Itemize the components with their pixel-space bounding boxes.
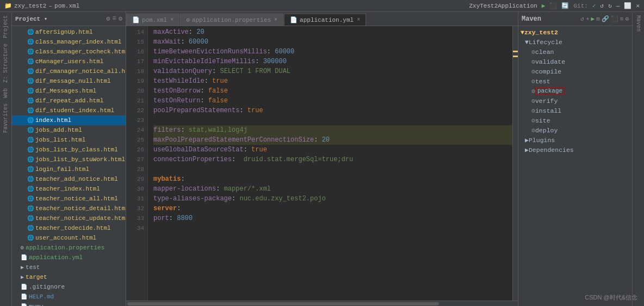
vert-tab-web[interactable]: Web [2,86,10,100]
maven-layout-icon[interactable]: ≡ [620,16,624,22]
sidebar-item-class_manager_tocheck[interactable]: 🌐class_manager_tocheck.html [12,47,126,57]
maven-install-label: install [535,107,561,114]
vert-tab-project[interactable]: Project [2,13,10,40]
sidebar-item-cManager_users[interactable]: 🌐cManager_users.html [12,57,126,66]
stop-icon[interactable]: ⬛ [549,2,557,9]
maven-dependencies-label: Dependencies [529,146,574,154]
sidebar-item-afterSignUp[interactable]: 🌐afterSignUp.html [12,27,126,37]
sidebar-item-application-properties[interactable]: ⚙application.properties [12,243,126,253]
maven-site[interactable]: ⚙ site [518,115,632,125]
tab-yml-close[interactable]: × [357,17,360,23]
maven-lifecycle-section[interactable]: ▼ Lifecycle [518,37,632,47]
maven-compile-icon: ⚙ [531,68,535,75]
maven-plugins-section[interactable]: ▶ Plugins [518,135,632,145]
tab-props-close[interactable]: × [274,17,277,23]
sidebar-item-help[interactable]: 📄HELP.md [12,292,126,302]
maximize-button[interactable]: ⬜ [624,2,631,9]
collapse-icon[interactable]: ≡ [113,15,116,23]
sidebar-item-dif_student[interactable]: 🌐dif_student_index.html [12,106,126,115]
project-icon: 📁 [4,2,12,9]
code-line-24: filters: stat,wall,log4j [153,125,512,135]
tab-pom-xml[interactable]: 📄 pom.xml × [126,14,179,26]
sidebar-item-application-yml[interactable]: 📄application.yml [12,253,126,262]
sidebar-item-dif_cmanager[interactable]: 🌐dif_cmanager_notice_all.html [12,66,126,76]
undo-icon[interactable]: ↺ [600,2,604,9]
maven-validate[interactable]: ⚙ validate [518,57,632,66]
horizontal-scroll-thumb[interactable] [127,302,439,305]
sidebar: Project ▾ ⚙ ≡ ⚙ 🌐afterSignUp.html 🌐class… [12,12,126,306]
code-editor[interactable]: maxActive: 20 maxWait: 60000 timeBetween… [148,26,512,301]
minimize-button[interactable]: — [616,3,620,9]
sidebar-item-dif_message[interactable]: 🌐dif_message_null.html [12,76,126,86]
code-line-26: useGlobalDataSourceStat: true [153,145,512,155]
sidebar-item-jobs_list_stu[interactable]: 🌐jobs_list_by_stuWork.html [12,155,126,164]
line-numbers: 14 15 16 17 18 19 20 21 22 23 24 25 26 2… [126,26,148,301]
sidebar-item-dif_Messages[interactable]: 🌐dif_Messages.html [12,86,126,96]
maven-plugins-label: Plugins [529,137,555,144]
tab-pom-label: pom.xml [142,17,167,23]
tab-application-yml[interactable]: 📄 application.yml × [284,14,366,26]
maven-lifecycle-arrow: ▼ [525,39,529,46]
sidebar-item-class_manager_index[interactable]: 🌐class_manager_index.html [12,37,126,47]
sidebar-item-teacher_notice_update[interactable]: 🌐teacher_notice_update.html [12,213,126,223]
sidebar-item-teacher_notice_detail[interactable]: 🌐teacher_notice_detail.html [12,204,126,213]
maven-link-icon[interactable]: 🔗 [602,15,609,22]
gear-icon[interactable]: ⚙ [106,15,110,23]
code-line-16: timeBetweenEvictionRunsMillis: 60000 [153,47,512,57]
maven-test[interactable]: ⚙ test [518,76,632,86]
maven-header: Maven ↺ + ▶ m 🔗 ⬛ ≡ ⚙ [518,12,632,26]
sidebar-item-login_fail[interactable]: 🌐login_fail.html [12,164,126,174]
sidebar-item-mvnw[interactable]: 📄mvnw [12,302,126,306]
maven-m-icon[interactable]: m [596,16,600,22]
sidebar-item-jobs_add[interactable]: 🌐jobs_add.html [12,125,126,135]
sidebar-item-test[interactable]: ▶test [12,262,126,272]
close-button[interactable]: ✕ [636,2,640,9]
maven-add-icon[interactable]: + [586,16,590,22]
maven-clean-label: clean [535,48,554,56]
code-line-17: minEvictableIdleTimeMillis: 300000 [153,57,512,66]
maven-run-icon[interactable]: ▶ [591,15,595,22]
sidebar-item-target[interactable]: ▶target [12,272,126,282]
git-check-icon[interactable]: ✓ [592,2,596,9]
sidebar-item-jobs_list[interactable]: 🌐jobs_list.html [12,135,126,145]
maven-package-icon: ⚙ [531,87,535,95]
sidebar-item-index[interactable]: 🌐index.html [12,115,126,125]
sidebar-item-gitignore[interactable]: 📄.gitignore [12,282,126,292]
vert-tab-favorites[interactable]: Favorites [2,101,10,135]
sidebar-item-dif_repeat[interactable]: 🌐dif_repeat_add.html [12,96,126,106]
sidebar-item-teacher_todecide[interactable]: 🌐teacher_todecide.html [12,223,126,233]
maven-package-label: package [535,87,565,95]
code-line-19: testWhileIdle: true [153,76,512,86]
maven-settings-icon[interactable]: ⚙ [625,15,629,22]
tab-yml-label: application.yml [300,17,354,23]
maven-clean[interactable]: ⚙ clean [518,47,632,57]
code-line-25: maxPoolPreparedStatementPerConnectionSiz… [153,135,512,145]
tab-application-properties[interactable]: ⚙ application.properties × [180,14,283,26]
title-file: pom.xml [54,3,79,9]
maven-package[interactable]: ⚙ package [518,86,632,96]
sidebar-item-teacher_add[interactable]: 🌐teacher_add_notice.html [12,174,126,184]
tab-pom-close[interactable]: × [170,17,174,23]
code-line-22: poolPreparedStatements: true [153,106,512,115]
vert-tab-structure[interactable]: Z: Structure [2,41,10,85]
sidebar-item-teacher_index[interactable]: 🌐teacher_index.html [12,184,126,194]
maven-title: Maven [522,15,541,23]
vert-tab-maven[interactable]: Maven [634,12,642,35]
maven-root-project[interactable]: ▼ zxy_test2 [518,27,632,37]
bottom-scrollbar[interactable] [126,301,518,306]
maven-dependencies-section[interactable]: ▶ Dependencies [518,145,632,155]
sidebar-item-user_account[interactable]: 🌐user_account.html [12,233,126,243]
maven-deploy[interactable]: ⚙ deploy [518,125,632,135]
sidebar-item-jobs_list_class[interactable]: 🌐jobs_list_by_class.html [12,145,126,155]
right-scroll[interactable] [512,26,518,301]
run-icon[interactable]: ▶ [542,2,546,9]
maven-cols-icon[interactable]: ⬛ [611,15,618,22]
settings-icon[interactable]: ⚙ [119,15,122,23]
sidebar-item-teacher_notice_all[interactable]: 🌐teacher_notice_all.html [12,194,126,204]
maven-verify[interactable]: ⚙ verify [518,96,632,106]
redo-icon[interactable]: ↻ [608,2,612,9]
maven-install[interactable]: ⚙ install [518,106,632,115]
maven-refresh-icon[interactable]: ↺ [580,15,584,22]
rerun-icon[interactable]: 🔄 [561,2,569,9]
maven-compile[interactable]: ⚙ compile [518,66,632,76]
